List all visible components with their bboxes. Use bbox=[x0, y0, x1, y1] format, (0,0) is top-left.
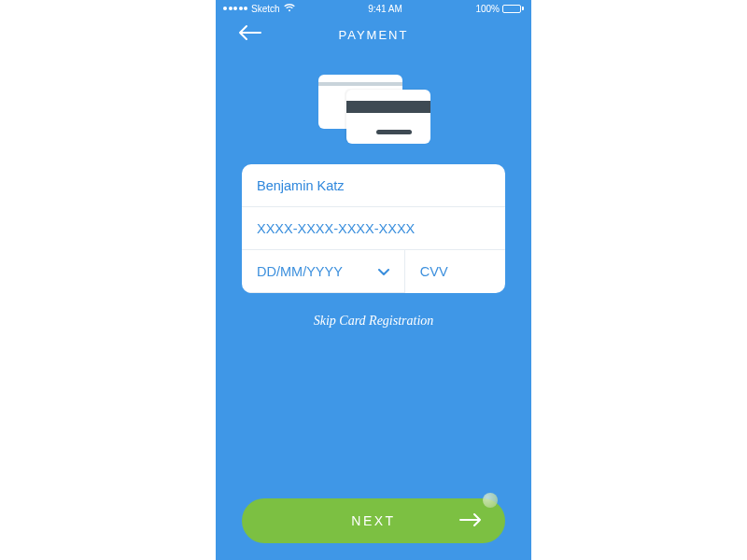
card-front-icon bbox=[346, 90, 430, 144]
status-right: 100% bbox=[475, 4, 524, 14]
skip-registration-link[interactable]: Skip Card Registration bbox=[216, 314, 531, 329]
payment-form bbox=[242, 164, 505, 293]
cards-illustration bbox=[216, 75, 531, 147]
phone-screen: Sketch 9:41 AM 100% PAYMENT bbox=[216, 0, 531, 560]
nav-bar: PAYMENT bbox=[216, 17, 531, 52]
name-field-row bbox=[242, 164, 505, 207]
expiry-input[interactable] bbox=[257, 264, 371, 279]
card-number-field-row bbox=[242, 207, 505, 250]
expiry-field[interactable] bbox=[242, 250, 405, 293]
chevron-down-icon bbox=[378, 263, 389, 280]
card-number-input[interactable] bbox=[257, 221, 490, 236]
battery-icon bbox=[502, 5, 524, 13]
cvv-input[interactable] bbox=[420, 264, 490, 279]
cvv-field bbox=[405, 250, 505, 293]
decorative-bubble bbox=[483, 493, 498, 508]
arrow-left-icon bbox=[238, 24, 262, 41]
wifi-icon bbox=[284, 4, 295, 14]
clock-label: 9:41 AM bbox=[368, 4, 402, 14]
page-title: PAYMENT bbox=[339, 28, 409, 42]
next-button[interactable]: NEXT bbox=[242, 498, 505, 543]
status-bar: Sketch 9:41 AM 100% bbox=[216, 0, 531, 17]
back-button[interactable] bbox=[238, 24, 261, 41]
carrier-label: Sketch bbox=[251, 4, 280, 14]
expiry-cvv-row bbox=[242, 250, 505, 293]
cardholder-name-input[interactable] bbox=[257, 178, 490, 193]
arrow-right-icon bbox=[458, 512, 483, 530]
next-button-label: NEXT bbox=[351, 513, 395, 528]
status-left: Sketch bbox=[223, 4, 295, 14]
signal-dots-icon bbox=[223, 7, 247, 10]
battery-percent-label: 100% bbox=[475, 4, 500, 14]
